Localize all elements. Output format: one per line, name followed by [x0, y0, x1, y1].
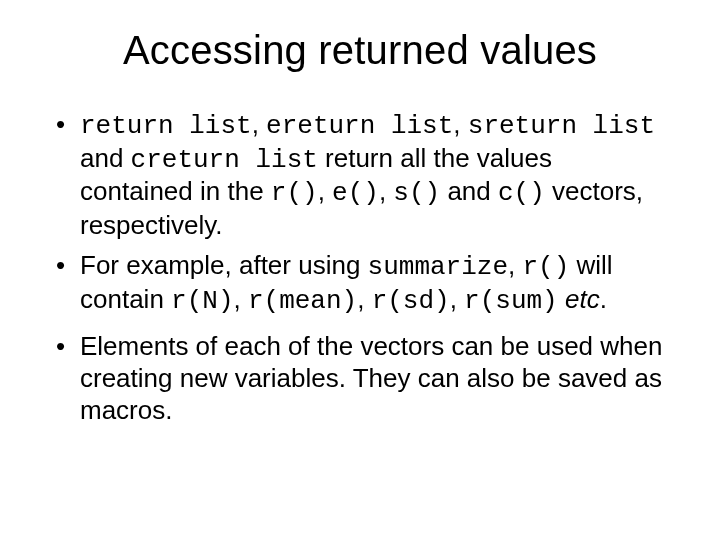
code-span: creturn list — [131, 145, 318, 175]
text-span: , — [450, 284, 464, 314]
code-span: s() — [393, 178, 440, 208]
bullet-item: return list, ereturn list, sreturn list … — [50, 109, 670, 242]
text-span: Elements of each of the vectors can be u… — [80, 331, 662, 424]
code-span: r(N) — [171, 286, 233, 316]
italic-span: etc — [565, 284, 600, 314]
text-span: , — [453, 109, 467, 139]
code-span: r() — [271, 178, 318, 208]
text-span: and — [440, 176, 498, 206]
text-span: , — [318, 176, 332, 206]
slide: Accessing returned values return list, e… — [0, 0, 720, 540]
slide-title: Accessing returned values — [50, 28, 670, 73]
text-span: , — [252, 109, 266, 139]
code-span: sreturn list — [468, 111, 655, 141]
text-span: , — [379, 176, 393, 206]
text-span: For example, after using — [80, 250, 368, 280]
code-span: r(sd) — [372, 286, 450, 316]
code-span: c() — [498, 178, 545, 208]
code-span: r(mean) — [248, 286, 357, 316]
text-span: , — [357, 284, 371, 314]
text-span: . — [600, 284, 607, 314]
text-span — [558, 284, 565, 314]
text-span: , — [508, 250, 522, 280]
bullet-item: For example, after using summarize, r() … — [50, 250, 670, 317]
code-span: summarize — [368, 252, 508, 282]
text-span: and — [80, 143, 131, 173]
bullet-item: Elements of each of the vectors can be u… — [50, 331, 670, 426]
code-span: return list — [80, 111, 252, 141]
code-span: ereturn list — [266, 111, 453, 141]
bullet-list: return list, ereturn list, sreturn list … — [50, 109, 670, 426]
code-span: e() — [332, 178, 379, 208]
code-span: r() — [522, 252, 569, 282]
code-span: r(sum) — [464, 286, 558, 316]
text-span: , — [234, 284, 248, 314]
